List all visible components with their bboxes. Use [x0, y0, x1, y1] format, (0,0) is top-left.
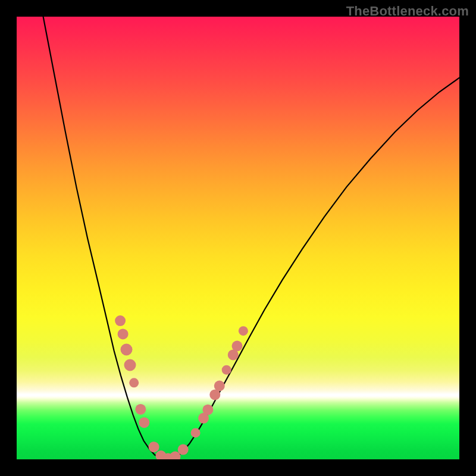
- marker-group: [115, 315, 248, 459]
- data-marker: [178, 444, 189, 455]
- data-marker: [191, 428, 201, 437]
- data-marker: [115, 315, 126, 326]
- chart-frame: TheBottleneck.com: [0, 0, 476, 476]
- data-marker: [135, 404, 146, 415]
- data-marker: [149, 441, 159, 452]
- data-marker: [118, 328, 129, 339]
- data-marker: [124, 359, 136, 371]
- data-marker: [239, 326, 248, 336]
- data-marker: [202, 405, 213, 415]
- curve-layer: [17, 17, 459, 459]
- plot-area: [17, 17, 459, 459]
- data-marker: [121, 344, 133, 356]
- bottleneck-curve: [43, 17, 459, 459]
- data-marker: [214, 381, 225, 392]
- data-marker: [129, 378, 139, 387]
- data-marker: [222, 365, 231, 375]
- data-marker: [139, 417, 149, 428]
- data-marker: [232, 341, 243, 352]
